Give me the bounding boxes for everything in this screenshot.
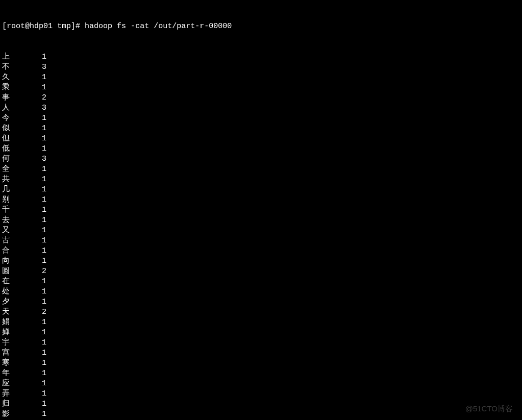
watermark: @51CTO博客 [465, 404, 513, 414]
output-count: 1 [42, 226, 46, 236]
output-count: 2 [42, 93, 46, 103]
output-char: 不 [2, 62, 42, 72]
output-row: 上1 [2, 52, 520, 62]
output-char: 合 [2, 246, 42, 256]
output-char: 归 [2, 399, 42, 409]
output-row: 宫1 [2, 348, 520, 358]
output-count: 3 [42, 154, 46, 164]
output-char: 弄 [2, 389, 42, 399]
prompt-open-bracket: [ [2, 21, 7, 32]
output-count: 1 [42, 297, 46, 307]
output-row: 又1 [2, 226, 520, 236]
output-count: 1 [42, 83, 46, 93]
output-char: 娟 [2, 317, 42, 328]
output-count: 1 [42, 379, 46, 389]
output-count: 1 [42, 328, 46, 338]
output-row: 几1 [2, 185, 520, 195]
output-count: 1 [42, 215, 46, 226]
output-count: 1 [42, 195, 46, 205]
output-count: 1 [42, 185, 46, 195]
output-char: 上 [2, 52, 42, 62]
prompt-close-bracket: ] [71, 21, 76, 32]
output-count: 3 [42, 62, 46, 72]
output-count: 1 [42, 348, 46, 358]
output-char: 应 [2, 379, 42, 389]
output-row: 事2 [2, 93, 520, 103]
terminal-output[interactable]: [root@hdp01 tmp]# hadoop fs -cat /out/pa… [2, 1, 520, 420]
prompt-space [80, 21, 85, 32]
output-row: 应1 [2, 379, 520, 389]
output-row: 低1 [2, 144, 520, 154]
output-count: 1 [42, 277, 46, 287]
output-char: 人 [2, 103, 42, 113]
output-row: 合1 [2, 246, 520, 256]
output-char: 事 [2, 93, 42, 103]
output-count: 1 [42, 389, 46, 399]
output-char: 去 [2, 215, 42, 226]
output-char: 低 [2, 144, 42, 154]
output-count: 2 [42, 266, 46, 277]
output-row: 夕1 [2, 297, 520, 307]
output-row: 别1 [2, 195, 520, 205]
output-count: 1 [42, 399, 46, 409]
output-row: 年1 [2, 368, 520, 379]
prompt-path: tmp [57, 21, 71, 32]
output-char: 又 [2, 226, 42, 236]
output-row: 弄1 [2, 389, 520, 399]
output-count: 1 [42, 144, 46, 154]
command-prompt-line: [root@hdp01 tmp]# hadoop fs -cat /out/pa… [2, 21, 520, 32]
output-char: 乘 [2, 83, 42, 93]
output-row: 今1 [2, 113, 520, 123]
output-char: 影 [2, 409, 42, 419]
output-char: 几 [2, 185, 42, 195]
output-row: 全1 [2, 164, 520, 175]
output-count: 1 [42, 409, 46, 419]
output-row: 人3 [2, 103, 520, 113]
output-row: 娟1 [2, 317, 520, 328]
output-char: 年 [2, 368, 42, 379]
output-count: 1 [42, 113, 46, 123]
output-row: 乘1 [2, 83, 520, 93]
output-char: 处 [2, 287, 42, 297]
output-count: 2 [42, 307, 46, 317]
output-char: 夕 [2, 297, 42, 307]
output-count: 1 [42, 175, 46, 185]
output-count: 1 [42, 338, 46, 348]
output-char: 别 [2, 195, 42, 205]
output-count: 1 [42, 246, 46, 256]
output-row: 但1 [2, 134, 520, 144]
output-count: 1 [42, 134, 46, 144]
output-char: 寒 [2, 358, 42, 368]
prompt-symbol: # [76, 21, 80, 32]
output-count: 1 [42, 358, 46, 368]
output-char: 天 [2, 307, 42, 317]
output-row: 不3 [2, 62, 520, 72]
output-row: 婵1 [2, 328, 520, 338]
output-char: 全 [2, 164, 42, 175]
output-count: 1 [42, 368, 46, 379]
output-row: 影1 [2, 409, 520, 419]
output-char: 久 [2, 72, 42, 83]
output-char: 今 [2, 113, 42, 123]
output-row: 在1 [2, 277, 520, 287]
output-char: 圆 [2, 266, 42, 277]
output-count: 1 [42, 287, 46, 297]
output-row: 向1 [2, 256, 520, 266]
output-count: 1 [42, 236, 46, 246]
output-row: 宇1 [2, 338, 520, 348]
output-char: 似 [2, 123, 42, 134]
output-count: 3 [42, 103, 46, 113]
output-count: 1 [42, 123, 46, 134]
output-row: 去1 [2, 215, 520, 226]
output-char: 宇 [2, 338, 42, 348]
output-char: 共 [2, 175, 42, 185]
output-row: 千1 [2, 205, 520, 215]
output-row: 似1 [2, 123, 520, 134]
output-char: 何 [2, 154, 42, 164]
output-char: 在 [2, 277, 42, 287]
output-char: 千 [2, 205, 42, 215]
output-row: 圆2 [2, 266, 520, 277]
output-count: 1 [42, 72, 46, 83]
prompt-separator [53, 21, 57, 32]
output-row: 寒1 [2, 358, 520, 368]
